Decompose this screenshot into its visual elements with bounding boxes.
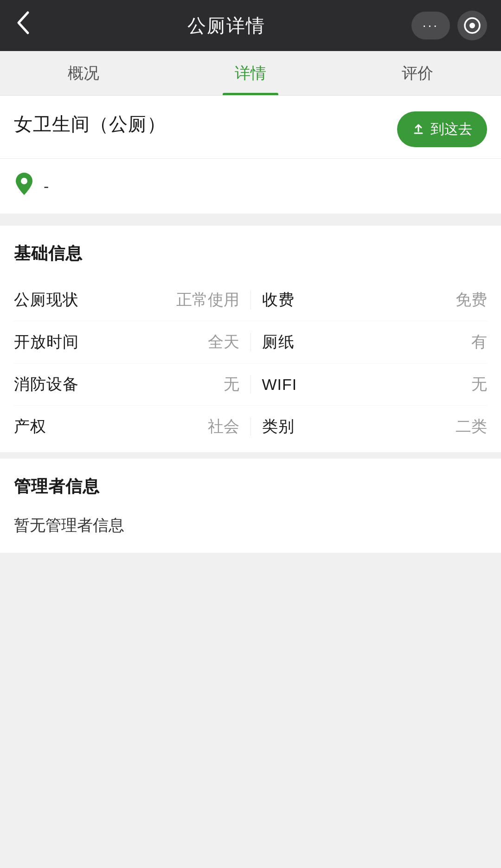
- info-cell-fee: 收费 免费: [262, 289, 488, 311]
- info-cell-category: 类别 二类: [262, 416, 488, 437]
- ownership-label: 产权: [14, 416, 88, 437]
- status-label: 公厕现状: [14, 289, 88, 311]
- info-cell-wifi: WIFI 无: [262, 374, 488, 395]
- navigate-arrow-icon: [412, 123, 425, 136]
- info-row-3: 消防设备 无 WIFI 无: [14, 363, 487, 406]
- manager-empty-text: 暂无管理者信息: [14, 507, 487, 553]
- page-title: 公厕详情: [187, 13, 265, 39]
- info-cell-paper: 厕纸 有: [262, 331, 488, 353]
- info-row-2: 开放时间 全天 厕纸 有: [14, 321, 487, 363]
- hours-value: 全天: [88, 331, 239, 353]
- fire-label: 消防设备: [14, 374, 88, 395]
- scan-button[interactable]: [457, 11, 487, 40]
- hours-label: 开放时间: [14, 331, 88, 353]
- info-cell-divider-1: [250, 291, 251, 309]
- section-divider-1: [0, 219, 501, 226]
- wifi-label: WIFI: [262, 376, 336, 394]
- tab-review[interactable]: 评价: [334, 51, 501, 95]
- bottom-area: [0, 553, 501, 868]
- location-icon: [14, 172, 34, 201]
- category-value: 二类: [336, 416, 488, 437]
- info-cell-divider-2: [250, 333, 251, 351]
- tab-overview[interactable]: 概况: [0, 51, 167, 95]
- fee-value: 免费: [336, 289, 488, 311]
- info-row-4: 产权 社会 类别 二类: [14, 406, 487, 447]
- tab-bar: 概况 详情 评价: [0, 51, 501, 96]
- svg-point-2: [21, 178, 27, 184]
- svg-point-1: [469, 23, 475, 28]
- title-left: 女卫生间（公厕）: [14, 111, 397, 137]
- tab-detail[interactable]: 详情: [167, 51, 334, 95]
- back-button[interactable]: [14, 9, 42, 42]
- basic-info-title: 基础信息: [0, 226, 501, 274]
- status-value: 正常使用: [88, 289, 239, 311]
- ownership-value: 社会: [88, 416, 239, 437]
- fire-value: 无: [88, 374, 239, 395]
- location-text: -: [44, 177, 49, 195]
- paper-label: 厕纸: [262, 331, 336, 353]
- section-divider-2: [0, 452, 501, 459]
- info-row-1: 公厕现状 正常使用 收费 免费: [14, 279, 487, 321]
- header-actions: ···: [411, 11, 487, 40]
- wifi-value: 无: [336, 374, 488, 395]
- info-cell-divider-4: [250, 417, 251, 436]
- manager-title: 管理者信息: [14, 459, 487, 507]
- basic-info-section: 基础信息 公厕现状 正常使用 收费 免费 开放时间 全天: [0, 226, 501, 452]
- info-cell-fire: 消防设备 无: [14, 374, 239, 395]
- title-section: 女卫生间（公厕） 到这去: [0, 96, 501, 159]
- fee-label: 收费: [262, 289, 336, 311]
- toilet-title: 女卫生间（公厕）: [14, 111, 397, 137]
- category-label: 类别: [262, 416, 336, 437]
- manager-section: 管理者信息 暂无管理者信息: [0, 459, 501, 553]
- paper-value: 有: [336, 331, 488, 353]
- more-button[interactable]: ···: [411, 12, 450, 39]
- navigate-button[interactable]: 到这去: [397, 111, 487, 147]
- info-grid: 公厕现状 正常使用 收费 免费 开放时间 全天 厕纸 有: [0, 274, 501, 452]
- location-section: -: [0, 159, 501, 219]
- info-cell-divider-3: [250, 375, 251, 394]
- app-header: 公厕详情 ···: [0, 0, 501, 51]
- info-cell-ownership: 产权 社会: [14, 416, 239, 437]
- info-cell-status: 公厕现状 正常使用: [14, 289, 239, 311]
- main-content: 女卫生间（公厕） 到这去 - 基础信息 公厕现: [0, 96, 501, 553]
- info-cell-hours: 开放时间 全天: [14, 331, 239, 353]
